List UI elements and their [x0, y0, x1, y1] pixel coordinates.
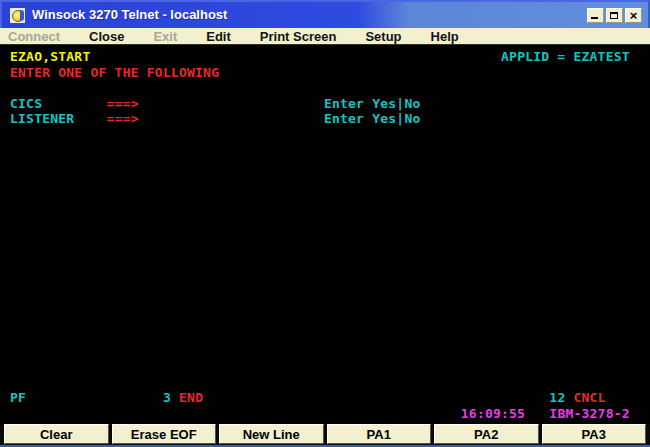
window-title: Winsock 3270 Telnet - localhost [32, 2, 227, 28]
terminal-text-segment: ===> [107, 97, 139, 111]
menu-item-close[interactable]: Close [89, 29, 124, 44]
maximize-button[interactable] [606, 8, 623, 23]
pa2-button[interactable]: PA2 [434, 424, 539, 444]
minimize-icon [591, 17, 598, 19]
app-icon [9, 7, 26, 24]
globe-shadow [20, 10, 24, 21]
menu-item-help[interactable]: Help [431, 29, 459, 44]
terminal-text-segment: CNCL [574, 391, 606, 405]
window-controls: × [585, 8, 642, 23]
terminal-text-segment: EZAO,START [10, 50, 90, 64]
clear-button[interactable]: Clear [4, 424, 109, 444]
close-icon: × [626, 8, 641, 23]
close-button[interactable]: × [625, 8, 642, 23]
menu-item-print-screen[interactable]: Print Screen [260, 29, 337, 44]
terminal-text-segment: END [179, 391, 203, 405]
maximize-icon [610, 12, 618, 19]
terminal-text-segment: LISTENER [10, 112, 74, 126]
menu-bar: ConnectCloseExitEditPrint ScreenSetupHel… [0, 28, 650, 45]
terminal-text-segment: 16:09:55 [461, 407, 525, 421]
terminal-text-segment: ENTER ONE OF THE FOLLOWING [10, 66, 219, 80]
pa3-button[interactable]: PA3 [542, 424, 647, 444]
menu-item-exit: Exit [153, 29, 177, 44]
terminal-text-segment: ===> [107, 112, 139, 126]
erase-eof-button[interactable]: Erase EOF [112, 424, 217, 444]
terminal-text-segment: APPLID = EZATEST [501, 50, 630, 64]
keypad-bar: ClearErase EOFNew LinePA1PA2PA3 [0, 424, 650, 444]
terminal-text-segment: 12 [549, 391, 565, 405]
terminal-screen[interactable]: EZAO,STARTAPPLID = EZATESTENTER ONE OF T… [0, 45, 650, 424]
terminal-text-segment: Enter Yes|No [324, 97, 421, 111]
pa1-button[interactable]: PA1 [327, 424, 432, 444]
menu-item-connect: Connect [8, 29, 60, 44]
window-title-bar[interactable]: Winsock 3270 Telnet - localhost × [0, 0, 650, 28]
terminal-text-segment: PF [10, 391, 26, 405]
terminal-text-segment: IBM-3278-2 [549, 407, 629, 421]
minimize-button[interactable] [587, 8, 604, 23]
app-window: Winsock 3270 Telnet - localhost × Connec… [0, 0, 650, 447]
terminal-text-segment: Enter Yes|No [324, 112, 421, 126]
terminal-text-segment: CICS [10, 97, 42, 111]
new-line-button[interactable]: New Line [219, 424, 324, 444]
terminal-text-segment: 3 [163, 391, 171, 405]
menu-item-setup[interactable]: Setup [365, 29, 401, 44]
menu-item-edit[interactable]: Edit [206, 29, 231, 44]
